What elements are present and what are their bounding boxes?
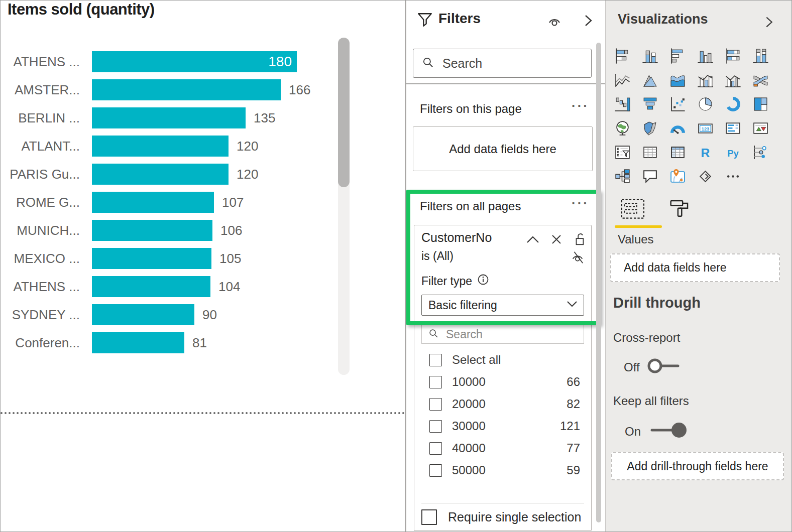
eye-icon[interactable] <box>546 14 563 31</box>
multi-row-card-icon[interactable] <box>724 120 742 137</box>
stacked-column-chart-icon[interactable] <box>641 48 659 64</box>
more-options-icon[interactable] <box>724 168 742 185</box>
bar[interactable] <box>92 164 229 185</box>
stacked-bar-chart-icon[interactable] <box>614 48 631 64</box>
filters-search-box[interactable] <box>413 49 592 78</box>
drill-through-dropzone[interactable]: Add drill-through fields here <box>611 452 784 480</box>
checkbox-40000[interactable] <box>429 442 442 455</box>
collapse-pane-chevron-right-icon[interactable] <box>764 15 774 32</box>
checkbox-50000[interactable] <box>429 464 442 477</box>
card-icon[interactable]: 123 <box>697 120 714 137</box>
drill-through-heading: Drill through <box>613 295 701 311</box>
funnel-chart-icon[interactable] <box>641 96 659 112</box>
visualizations-pane: Visualizations 123RPy Values Add data fi… <box>605 1 792 531</box>
checkbox-20000[interactable] <box>429 398 442 411</box>
decomposition-tree-icon[interactable] <box>614 168 631 185</box>
cross-report-state-label: Off <box>624 360 640 374</box>
clustered-bar-chart-icon[interactable] <box>669 48 687 64</box>
filter-values-search-box[interactable] <box>421 325 584 344</box>
filters-search-input[interactable] <box>441 56 564 71</box>
chart-bar-row: ROME G...107 <box>1 188 332 216</box>
cross-report-toggle-off[interactable] <box>647 357 683 378</box>
bar[interactable] <box>92 248 211 269</box>
category-label: ATHENS ... <box>1 54 80 70</box>
tab-format-paint-roller-icon[interactable] <box>669 198 690 221</box>
bar[interactable] <box>92 79 281 100</box>
filter-values-search-input[interactable] <box>445 327 557 342</box>
checkbox-select-all[interactable] <box>429 354 442 366</box>
unlock-icon[interactable] <box>573 232 586 248</box>
matrix-icon[interactable] <box>669 144 687 161</box>
collapse-pane-chevron-right-icon[interactable] <box>583 13 594 31</box>
scatter-chart-icon[interactable] <box>669 96 687 112</box>
table-icon[interactable] <box>641 144 659 161</box>
category-label: ATLANT... <box>1 139 80 154</box>
filters-pane-scrollbar[interactable] <box>596 43 601 522</box>
arcgis-map-icon[interactable] <box>669 168 687 185</box>
filters-pane: Filters Filters on this page ··· Add dat… <box>405 1 605 531</box>
checkbox-30000[interactable] <box>429 420 442 433</box>
bar[interactable] <box>92 304 194 325</box>
filter-field-name: CustomerNo <box>421 230 492 245</box>
donut-chart-icon[interactable] <box>724 96 742 112</box>
chart-scrollbar[interactable] <box>338 38 350 375</box>
keep-all-filters-toggle-on[interactable] <box>648 421 691 442</box>
checkbox-10000[interactable] <box>429 376 442 388</box>
filter-value-count: 66 <box>567 375 591 389</box>
line-and-clustered-column-chart-icon[interactable] <box>724 72 742 88</box>
filter-value-count: 82 <box>567 397 591 411</box>
hundred-percent-stacked-bar-chart-icon[interactable] <box>724 48 742 64</box>
category-label: MEXICO ... <box>1 251 80 267</box>
filter-value-count: 77 <box>567 441 591 455</box>
waterfall-chart-icon[interactable] <box>614 96 631 112</box>
bar[interactable]: 180 <box>92 51 297 72</box>
category-label: Conferen... <box>1 335 80 351</box>
slicer-icon[interactable] <box>614 144 631 161</box>
info-icon[interactable] <box>477 274 489 289</box>
collapse-filter-chevron-up-icon[interactable] <box>526 234 540 246</box>
bar[interactable] <box>92 332 184 353</box>
filled-map-icon[interactable] <box>641 120 659 137</box>
python-visual-icon[interactable]: Py <box>724 144 742 161</box>
remove-filter-close-icon[interactable] <box>550 233 562 247</box>
bar[interactable] <box>92 220 212 241</box>
r-script-visual-icon[interactable]: R <box>697 144 714 161</box>
line-chart-icon[interactable] <box>614 72 631 88</box>
clustered-column-chart-icon[interactable] <box>697 48 714 64</box>
q-and-a-icon[interactable] <box>641 168 659 185</box>
kpi-icon[interactable] <box>752 120 769 137</box>
filter-value-label: 30000 <box>452 419 486 433</box>
chart-bar-row: MEXICO ...105 <box>1 244 332 273</box>
bar-value-label: 81 <box>192 335 207 351</box>
stacked-area-chart-icon[interactable] <box>669 72 687 88</box>
hundred-percent-stacked-column-chart-icon[interactable] <box>752 48 769 64</box>
eye-slash-hidden-icon[interactable] <box>570 250 585 267</box>
bar[interactable] <box>92 192 214 213</box>
filter-value-row: 2000082 <box>414 393 591 415</box>
bar[interactable] <box>92 136 229 157</box>
filter-values-list: Select all100006620000823000012140000775… <box>414 349 591 481</box>
treemap-icon[interactable] <box>752 96 769 112</box>
search-icon <box>421 56 434 71</box>
bar[interactable] <box>92 276 210 297</box>
this-page-dropzone[interactable]: Add data fields here <box>413 126 593 171</box>
pie-chart-icon[interactable] <box>697 96 714 112</box>
values-dropzone[interactable]: Add data fields here <box>610 253 780 282</box>
power-apps-icon[interactable] <box>697 168 714 185</box>
chart-bar-row: ATHENS ...180 <box>1 48 332 76</box>
chart-scrollbar-thumb[interactable] <box>338 38 350 187</box>
area-chart-icon[interactable] <box>641 72 659 88</box>
tab-fields-icon[interactable] <box>621 198 645 221</box>
bar-value-label: 105 <box>219 251 241 267</box>
bar[interactable] <box>92 107 246 128</box>
map-icon[interactable] <box>614 120 631 137</box>
require-single-selection-checkbox[interactable] <box>421 509 437 525</box>
gauge-icon[interactable] <box>669 120 687 137</box>
this-page-menu-dots[interactable]: ··· <box>572 101 589 111</box>
filter-type-dropdown[interactable]: Basic filtering <box>421 295 584 316</box>
all-pages-menu-dots[interactable]: ··· <box>572 198 589 208</box>
line-and-stacked-column-chart-icon[interactable] <box>697 72 714 88</box>
ribbon-chart-icon[interactable] <box>752 72 769 88</box>
filter-value-label: 20000 <box>452 397 486 411</box>
key-influencers-icon[interactable] <box>752 144 769 161</box>
